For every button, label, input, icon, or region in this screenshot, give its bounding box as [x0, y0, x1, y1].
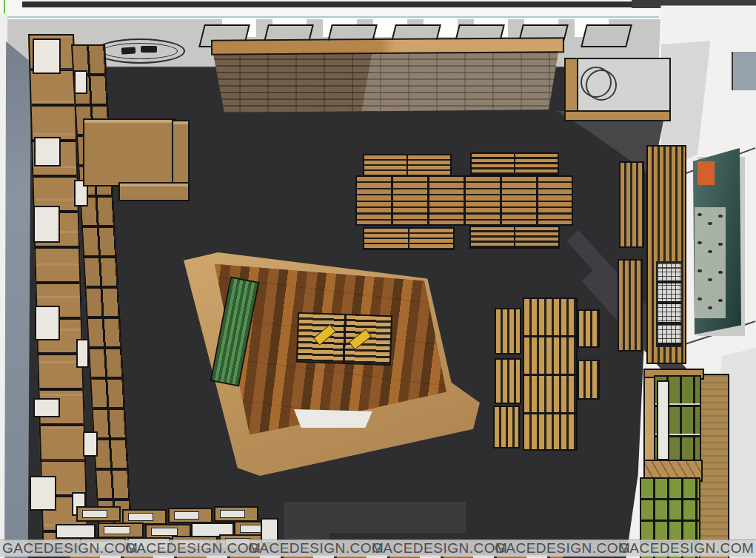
green-shelf-wood-side	[698, 374, 729, 558]
watermark-text: GACEDESIGN.COM	[248, 540, 374, 557]
slat-bench	[471, 227, 558, 247]
reception-desk-step	[118, 182, 190, 201]
watermark-text: GACEDESIGN.COM	[125, 540, 251, 557]
canopy-wood-beam	[211, 37, 564, 55]
ac-round-unit	[586, 70, 617, 101]
slat-bench	[364, 155, 450, 175]
wall-poster	[689, 148, 741, 335]
ceiling-light-oval	[95, 38, 185, 64]
display-table-white	[56, 524, 96, 539]
cubby-white-box	[33, 398, 60, 417]
display-table	[214, 506, 258, 522]
poster-sketch-grid	[695, 207, 726, 318]
ceiling-fitting	[141, 46, 157, 53]
watermark-text: GACEDESIGN.COM	[372, 540, 498, 557]
reception-desk	[83, 118, 176, 186]
cubby-white-box	[30, 476, 56, 511]
poster-orange-square	[698, 161, 715, 185]
cubby-white-box	[76, 339, 89, 368]
slat-bench	[579, 311, 598, 346]
slat-bench	[579, 361, 598, 398]
cubby-white-box	[74, 70, 87, 94]
platform-white-wedge	[294, 409, 373, 428]
slat-bench	[472, 154, 558, 174]
slat-bench	[364, 229, 453, 249]
cubby-white-box	[83, 431, 98, 457]
wire-baskets	[658, 263, 681, 346]
ac-unit-box	[564, 58, 671, 121]
display-table	[98, 522, 144, 538]
vertical-slat-table	[524, 299, 576, 449]
cubby-white-box	[33, 38, 61, 74]
ceiling-fitting	[121, 47, 136, 54]
watermark-text: GACEDESIGN.COM	[2, 540, 128, 557]
slat-bench	[496, 309, 520, 353]
watermark-text: GACEDESIGN.COM	[618, 540, 744, 557]
left-wall-gray	[4, 41, 31, 558]
skylight-frame	[581, 24, 632, 47]
axis-line-green	[4, 0, 5, 14]
render-canvas: GACEDESIGN.COM GACEDESIGN.COM GACEDESIGN…	[0, 0, 756, 558]
cubby-white-box	[34, 137, 61, 167]
slat-shelving-right	[620, 163, 643, 246]
wall-recess	[732, 52, 756, 90]
display-table	[76, 506, 121, 522]
slat-shelving-right	[619, 260, 641, 350]
cubby-white-box	[33, 206, 60, 243]
watermark-text: GACEDESIGN.COM	[495, 540, 620, 557]
ac-wood-trim	[566, 110, 669, 120]
display-table	[168, 508, 213, 523]
horizontal-slat-table	[357, 177, 572, 224]
green-shelf-white-panel	[657, 380, 669, 460]
cubby-white-box	[35, 306, 60, 340]
slat-bench	[495, 407, 518, 447]
platform-rug	[298, 314, 391, 364]
slat-bench	[496, 360, 520, 403]
